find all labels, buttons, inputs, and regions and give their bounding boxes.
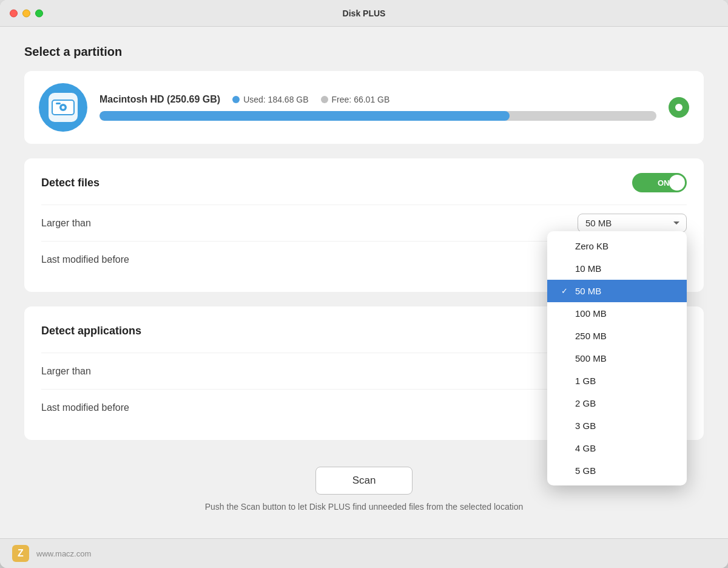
dropdown-item-5gb[interactable]: 5 GB	[547, 459, 687, 482]
dropdown-label-250mb: 250 MB	[575, 331, 607, 341]
dropdown-item-zerokb[interactable]: Zero KB	[547, 235, 687, 257]
detect-apps-title: Detect applications	[41, 325, 141, 337]
dropdown-label-4gb: 4 GB	[575, 443, 596, 453]
dropdown-label-2gb: 2 GB	[575, 398, 596, 408]
detect-files-title: Detect files	[41, 177, 99, 189]
window-title: Disk PLUS	[343, 8, 386, 18]
disk-icon-wrap	[39, 83, 87, 132]
dropdown-item-3gb[interactable]: 3 GB	[547, 414, 687, 437]
partition-info: Macintosh HD (250.69 GB) Used: 184.68 GB…	[99, 94, 656, 121]
bottom-bar: Z www.macz.com	[0, 538, 728, 568]
partition-card: Macintosh HD (250.69 GB) Used: 184.68 GB…	[24, 71, 704, 144]
dropdown-label-1gb: 1 GB	[575, 376, 596, 386]
dropdown-item-50mb[interactable]: ✓ 50 MB	[547, 280, 687, 302]
dropdown-item-250mb[interactable]: 250 MB	[547, 325, 687, 347]
partition-name: Macintosh HD (250.69 GB)	[99, 94, 220, 105]
files-last-modified-label: Last modified before	[41, 254, 129, 265]
app-window: Disk PLUS Select a partition Macintosh H…	[0, 0, 728, 568]
size-dropdown-overlay: Zero KB 10 MB ✓ 50 MB 100 MB 250 MB	[547, 231, 687, 485]
dropdown-label-5gb: 5 GB	[575, 465, 596, 476]
files-larger-than-label: Larger than	[41, 218, 91, 229]
maximize-button[interactable]	[35, 9, 43, 17]
titlebar: Disk PLUS	[0, 0, 728, 27]
check-50mb: ✓	[559, 286, 569, 296]
used-dot	[232, 96, 240, 103]
dropdown-item-4gb[interactable]: 4 GB	[547, 437, 687, 459]
svg-point-2	[62, 106, 65, 109]
z-logo: Z	[12, 545, 29, 562]
free-dot	[321, 96, 328, 103]
dropdown-item-1gb[interactable]: 1 GB	[547, 370, 687, 392]
dropdown-label-100mb: 100 MB	[575, 308, 607, 319]
apps-larger-than-label: Larger than	[41, 366, 91, 377]
detect-files-toggle-knob	[669, 175, 685, 191]
dropdown-label-500mb: 500 MB	[575, 353, 607, 363]
disk-progress-bar	[99, 111, 656, 121]
main-content: Select a partition Macintosh HD (250.69 …	[0, 27, 728, 538]
disk-icon	[49, 93, 78, 122]
dropdown-item-500mb[interactable]: 500 MB	[547, 347, 687, 370]
scan-hint: Push the Scan button to let Disk PLUS fi…	[205, 502, 524, 512]
free-label-group: Free: 66.01 GB	[321, 95, 390, 104]
dropdown-label-3gb: 3 GB	[575, 421, 596, 431]
close-button[interactable]	[10, 9, 18, 17]
used-label-group: Used: 184.68 GB	[232, 95, 308, 104]
partition-section-title: Select a partition	[24, 45, 704, 59]
dropdown-label-50mb: 50 MB	[575, 286, 601, 296]
detect-files-toggle[interactable]: ON	[632, 173, 687, 192]
partition-name-row: Macintosh HD (250.69 GB) Used: 184.68 GB…	[99, 94, 656, 105]
apps-last-modified-label: Last modified before	[41, 402, 129, 413]
watermark-url: www.macz.com	[36, 549, 91, 558]
detect-files-section: Detect files ON Larger than 50 MB Last m…	[24, 158, 704, 292]
files-larger-than-select[interactable]: 50 MB	[578, 214, 687, 232]
minimize-button[interactable]	[22, 9, 30, 17]
svg-rect-3	[56, 103, 61, 104]
dropdown-item-100mb[interactable]: 100 MB	[547, 302, 687, 325]
detect-files-header: Detect files ON	[41, 173, 687, 192]
dropdown-label-10mb: 10 MB	[575, 263, 601, 274]
dropdown-label-zerokb: Zero KB	[575, 241, 608, 251]
dropdown-item-2gb[interactable]: 2 GB	[547, 392, 687, 414]
free-label: Free: 66.01 GB	[332, 95, 390, 104]
scan-button[interactable]: Scan	[315, 467, 413, 495]
dropdown-item-10mb[interactable]: 10 MB	[547, 257, 687, 280]
used-label: Used: 184.68 GB	[243, 95, 308, 104]
traffic-lights	[10, 9, 43, 17]
partition-select-toggle[interactable]	[669, 97, 689, 118]
disk-progress-fill	[99, 111, 510, 121]
